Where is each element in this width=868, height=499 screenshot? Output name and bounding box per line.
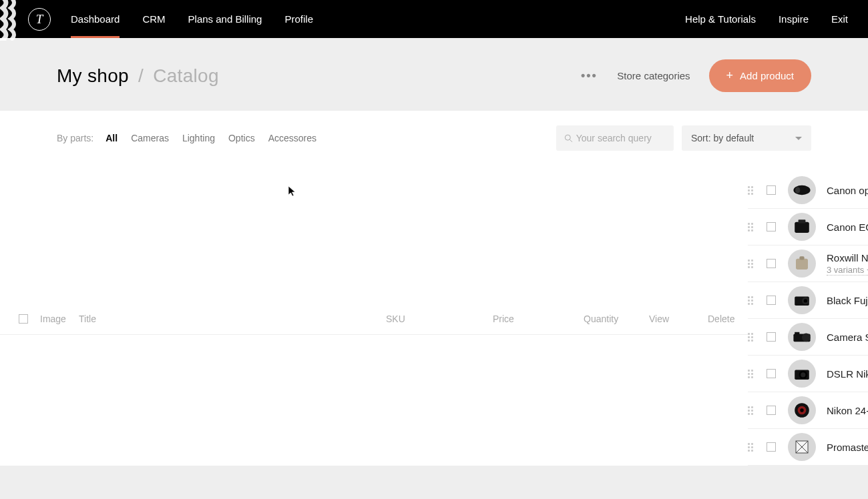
product-title[interactable]: Roxwill NEO-10 Case — [827, 252, 868, 264]
filter-optics[interactable]: Optics — [228, 133, 255, 143]
svg-rect-18 — [796, 259, 808, 270]
th-image: Image — [40, 314, 79, 324]
drag-handle-icon[interactable] — [748, 443, 756, 452]
part-filters: AllCamerasLightingOpticsAccessores — [105, 133, 316, 143]
th-quantity: Quantity — [584, 314, 649, 324]
search-box[interactable] — [556, 125, 674, 151]
logo-letter: T — [36, 12, 43, 27]
th-price: Price — [493, 314, 584, 324]
filter-all[interactable]: All — [105, 133, 118, 143]
svg-point-55 — [800, 408, 803, 412]
product-title[interactable]: Nikon 24-50mm Lens — [827, 405, 868, 416]
row-checkbox[interactable] — [767, 332, 776, 342]
drag-handle-icon[interactable] — [748, 260, 756, 268]
nav-item-dashboard[interactable]: Dashboard — [71, 0, 120, 38]
svg-rect-19 — [799, 256, 804, 260]
drag-handle-icon[interactable] — [748, 406, 756, 415]
row-checkbox[interactable] — [767, 296, 776, 305]
byparts-label: By parts: — [57, 133, 93, 143]
add-product-label: Add product — [740, 70, 794, 81]
row-checkbox[interactable] — [767, 222, 776, 231]
sort-label: Sort: by default — [691, 133, 754, 143]
th-delete: Delete — [708, 314, 748, 324]
drag-handle-icon[interactable] — [748, 223, 756, 231]
chevron-down-icon — [795, 137, 802, 140]
th-title: Title — [79, 314, 386, 324]
product-thumbnail[interactable] — [788, 250, 816, 278]
product-table: Image Title SKU Price Quantity View Dele… — [0, 172, 868, 466]
breadcrumb: My shop / Catalog — [57, 65, 219, 87]
breadcrumb-sep: / — [138, 65, 144, 86]
drag-handle-icon[interactable] — [748, 370, 756, 378]
sort-select[interactable]: Sort: by default — [682, 125, 811, 151]
product-title[interactable]: Camera Sony α — [827, 332, 868, 343]
filter-accessores[interactable]: Accessores — [268, 133, 316, 143]
nav-item-inspire[interactable]: Inspire — [779, 13, 809, 25]
search-icon — [564, 133, 573, 143]
row-checkbox[interactable] — [767, 406, 776, 415]
logo[interactable]: T — [28, 8, 51, 31]
table-row[interactable]: Promaster 36X48" Universal Softbox654323… — [748, 429, 868, 466]
table-header-row: Image Title SKU Price Quantity View Dele… — [0, 303, 748, 335]
svg-point-28 — [804, 299, 807, 302]
table-row[interactable]: Canon EOS 550D0102030580040 — [748, 209, 868, 245]
product-thumbnail[interactable] — [788, 176, 816, 204]
th-sku: SKU — [386, 314, 493, 324]
product-variants-link[interactable]: 3 variants + — [827, 265, 868, 276]
row-checkbox[interactable] — [767, 442, 776, 452]
table-row[interactable]: Canon optics0102030402240112 — [748, 172, 868, 209]
table-row[interactable]: Camera Sony α77885320130015 — [748, 319, 868, 356]
filter-cameras[interactable]: Cameras — [131, 133, 169, 143]
product-thumbnail[interactable] — [788, 396, 816, 424]
th-view: View — [649, 314, 708, 324]
header-actions: ••• Store categories + Add product — [580, 59, 811, 92]
top-nav: T DashboardCRMPlans and BillingProfile H… — [0, 0, 868, 38]
product-thumbnail[interactable] — [788, 433, 816, 461]
product-thumbnail[interactable] — [788, 323, 816, 351]
drag-handle-icon[interactable] — [748, 186, 756, 195]
more-menu-button[interactable]: ••• — [580, 67, 598, 85]
svg-point-46 — [801, 372, 805, 377]
breadcrumb-root[interactable]: My shop — [57, 65, 129, 86]
add-product-button[interactable]: + Add product — [709, 59, 811, 92]
table-row[interactable]: Roxwill NEO-10 Case3 variants +75186 — [748, 245, 868, 282]
svg-rect-11 — [799, 219, 806, 223]
store-categories-link[interactable]: Store categories — [617, 70, 690, 81]
filter-row: By parts: AllCamerasLightingOpticsAccess… — [57, 111, 811, 156]
row-checkbox[interactable] — [767, 259, 776, 268]
page-header: My shop / Catalog ••• Store categories +… — [0, 38, 868, 111]
product-title[interactable]: Promaster 36X48" Universal Softbox — [827, 442, 868, 453]
product-thumbnail[interactable] — [788, 286, 816, 314]
product-title[interactable]: Black Fujifilm Dslr Camera — [827, 295, 868, 306]
svg-line-1 — [570, 139, 572, 141]
nav-item-exit[interactable]: Exit — [831, 13, 848, 25]
plus-icon: + — [726, 69, 734, 83]
table-row[interactable]: DSLR Nikon D75004566872311002 — [748, 356, 868, 392]
product-title[interactable]: Canon EOS 550D — [827, 221, 868, 233]
nav-item-help-tutorials[interactable]: Help & Tutorials — [685, 13, 756, 25]
row-checkbox[interactable] — [767, 185, 776, 195]
product-thumbnail[interactable] — [788, 213, 816, 241]
drag-handle-icon[interactable] — [748, 296, 756, 305]
svg-rect-10 — [795, 222, 809, 233]
breadcrumb-current: Catalog — [153, 65, 219, 86]
table-row[interactable]: Nikon 24-50mm Lens65432189800∞ — [748, 392, 868, 429]
select-all-checkbox[interactable] — [19, 314, 28, 324]
nav-right: Help & TutorialsInspireExit — [685, 13, 868, 25]
nav-item-profile[interactable]: Profile — [284, 0, 313, 38]
nav-item-plans-and-billing[interactable]: Plans and Billing — [188, 0, 262, 38]
product-title[interactable]: DSLR Nikon D7500 — [827, 368, 868, 380]
table-row[interactable]: Black Fujifilm Dslr Camera01020306120025 — [748, 282, 868, 319]
content-area: By parts: AllCamerasLightingOpticsAccess… — [0, 111, 868, 466]
nav-item-crm[interactable]: CRM — [142, 0, 165, 38]
filter-lighting[interactable]: Lighting — [182, 133, 215, 143]
nav-main: DashboardCRMPlans and BillingProfile — [71, 0, 313, 38]
product-title[interactable]: Canon optics — [827, 185, 868, 196]
svg-point-36 — [802, 334, 811, 342]
product-thumbnail[interactable] — [788, 360, 816, 388]
decorative-wave — [0, 0, 21, 41]
row-checkbox[interactable] — [767, 369, 776, 378]
svg-point-3 — [795, 187, 800, 193]
search-input[interactable] — [576, 133, 666, 143]
drag-handle-icon[interactable] — [748, 333, 756, 342]
